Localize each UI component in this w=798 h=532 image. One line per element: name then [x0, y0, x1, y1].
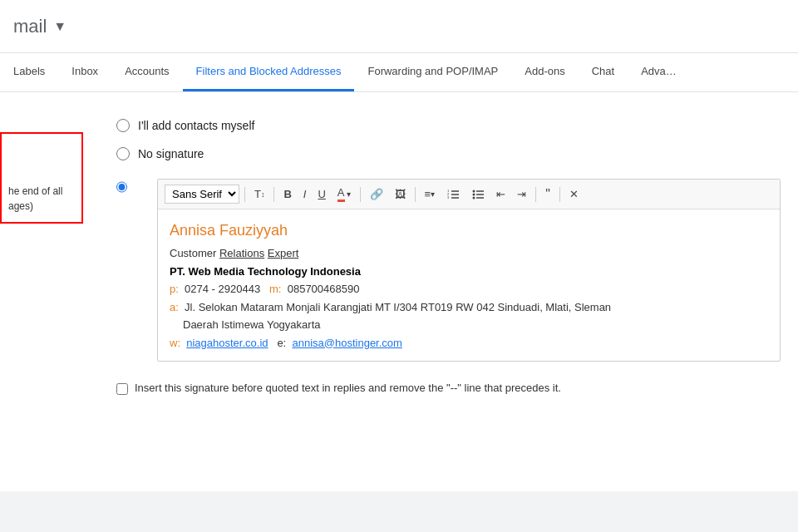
no-signature-option: No signature: [116, 147, 778, 160]
font-color-button[interactable]: A ▾: [333, 185, 355, 204]
italic-button[interactable]: I: [299, 186, 311, 202]
email-label: e:: [277, 337, 286, 349]
ol-button[interactable]: 1 2 3: [442, 186, 464, 203]
font-family-select[interactable]: Sans Serif: [165, 185, 239, 204]
signature-footer: Insert this signature before quoted text…: [116, 382, 778, 395]
sig-before-quote-label: Insert this signature before quoted text…: [135, 382, 561, 394]
main-content: he end of all ages) I'll add contacts my…: [0, 92, 798, 491]
editor-toolbar: Sans Serif T↕ B I U A ▾ 🔗 🖼: [158, 180, 780, 209]
website-link[interactable]: niagahoster.co.id: [186, 337, 268, 349]
sig-title: Customer Relations Expert: [170, 245, 768, 262]
tab-accounts[interactable]: Accounts: [111, 53, 182, 91]
toolbar-sep-3: [360, 187, 361, 202]
sig-address: a: Jl. Selokan Mataram Monjali Karangjat…: [170, 299, 768, 316]
link-button[interactable]: 🔗: [366, 186, 387, 202]
quote-button[interactable]: ": [541, 185, 554, 204]
phone-value: 0274 - 2920443: [185, 283, 260, 295]
phone-label: p:: [170, 283, 179, 295]
ul-button[interactable]: [467, 186, 489, 203]
app-title: mail: [13, 16, 47, 37]
ol-icon: 1 2 3: [446, 188, 460, 201]
image-button[interactable]: 🖼: [391, 186, 410, 202]
outdent-button[interactable]: ⇤: [492, 186, 510, 202]
signature-option: Sans Serif T↕ B I U A ▾ 🔗 🖼: [116, 175, 778, 362]
tab-chat[interactable]: Chat: [579, 53, 628, 91]
tab-filters[interactable]: Filters and Blocked Addresses: [183, 53, 355, 91]
sig-company: PT. Web Media Technology Indonesia: [170, 264, 768, 280]
tab-inbox[interactable]: Inbox: [58, 53, 111, 91]
clear-format-button[interactable]: ✕: [565, 186, 583, 202]
signature-content[interactable]: Annisa Fauziyyah Customer Relations Expe…: [158, 209, 780, 361]
web-label: w:: [170, 337, 180, 349]
mobile-value: 085700468590: [288, 283, 360, 295]
settings-tabs: Labels Inbox Accounts Filters and Blocke…: [0, 53, 798, 92]
email-link[interactable]: annisa@hostinger.com: [292, 337, 401, 349]
expert-underline: Expert: [268, 247, 299, 259]
mobile-label: m:: [269, 283, 281, 295]
svg-point-9: [473, 190, 475, 192]
align-button[interactable]: ≡▾: [421, 186, 440, 202]
dropdown-arrow-icon[interactable]: ▼: [53, 19, 66, 34]
sig-web: w: niagahoster.co.id e: annisa@hostinger…: [170, 335, 768, 352]
address-line2: Daerah Istimewa Yogyakarta: [170, 318, 320, 331]
svg-point-11: [473, 196, 475, 199]
sig-before-quote-checkbox[interactable]: [116, 383, 128, 395]
sig-name: Annisa Fauziyyah: [170, 219, 768, 242]
signature-editor: Sans Serif T↕ B I U A ▾ 🔗 🖼: [157, 179, 781, 362]
indent-button[interactable]: ⇥: [513, 186, 530, 202]
tab-advanced[interactable]: Adva…: [628, 53, 690, 91]
tab-forwarding[interactable]: Forwarding and POP/IMAP: [354, 53, 511, 91]
underline-button[interactable]: U: [313, 186, 329, 202]
add-contacts-option: I'll add contacts myself: [116, 119, 778, 132]
signature-radio[interactable]: [116, 180, 127, 194]
svg-text:3: 3: [447, 195, 450, 200]
add-contacts-label: I'll add contacts myself: [138, 119, 254, 132]
toolbar-sep-2: [273, 187, 274, 202]
svg-point-10: [473, 193, 475, 195]
toolbar-sep-4: [415, 187, 416, 202]
no-signature-label: No signature: [138, 147, 204, 160]
font-size-button[interactable]: T↕: [250, 186, 268, 202]
tab-labels[interactable]: Labels: [0, 53, 58, 91]
top-bar: mail ▼: [0, 0, 798, 53]
bold-button[interactable]: B: [279, 186, 295, 202]
toolbar-sep-5: [535, 187, 536, 202]
no-signature-radio[interactable]: [116, 147, 130, 160]
red-box-text: he end of all ages): [5, 180, 66, 217]
add-contacts-radio[interactable]: [116, 119, 130, 132]
tab-addons[interactable]: Add-ons: [511, 53, 578, 91]
sig-phone: p: 0274 - 2920443 m: 085700468590: [170, 281, 768, 298]
address-line1: Jl. Selokan Mataram Monjali Karangjati M…: [185, 301, 611, 313]
address-label: a:: [170, 301, 179, 313]
sig-address-line2: Daerah Istimewa Yogyakarta: [170, 317, 768, 333]
relations-underline: Relations: [219, 247, 264, 259]
toolbar-sep-1: [244, 187, 245, 202]
red-highlight-box: he end of all ages): [0, 132, 83, 224]
toolbar-sep-6: [559, 187, 560, 202]
ul-icon: [471, 188, 485, 201]
